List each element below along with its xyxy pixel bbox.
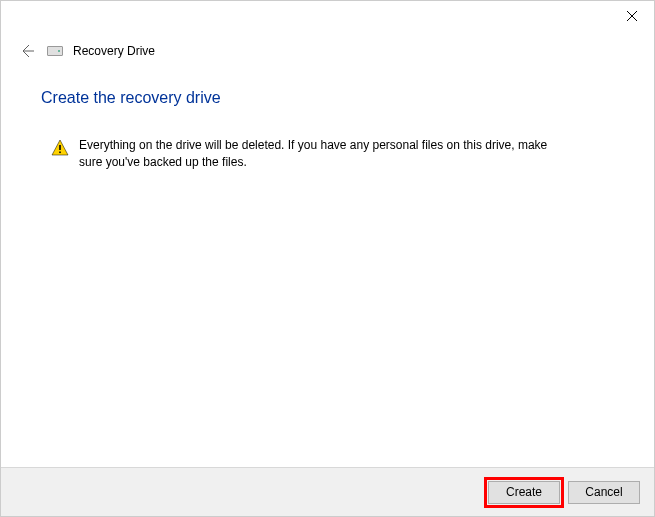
warning-message: Everything on the drive will be deleted.… [41, 137, 614, 171]
create-button[interactable]: Create [488, 481, 560, 504]
back-button[interactable] [17, 41, 37, 61]
content-area: Create the recovery drive Everything on … [1, 61, 654, 171]
svg-rect-3 [59, 152, 61, 154]
back-arrow-icon [19, 43, 35, 59]
warning-icon [51, 139, 69, 157]
warning-text: Everything on the drive will be deleted.… [79, 137, 549, 171]
cancel-button[interactable]: Cancel [568, 481, 640, 504]
close-icon [627, 11, 637, 21]
svg-rect-2 [59, 145, 61, 150]
drive-icon [47, 46, 63, 56]
close-button[interactable] [609, 1, 654, 31]
header-title: Recovery Drive [73, 44, 155, 58]
wizard-header: Recovery Drive [1, 31, 654, 61]
title-bar [1, 1, 654, 31]
page-title: Create the recovery drive [41, 89, 614, 107]
footer: Create Cancel [1, 467, 654, 516]
